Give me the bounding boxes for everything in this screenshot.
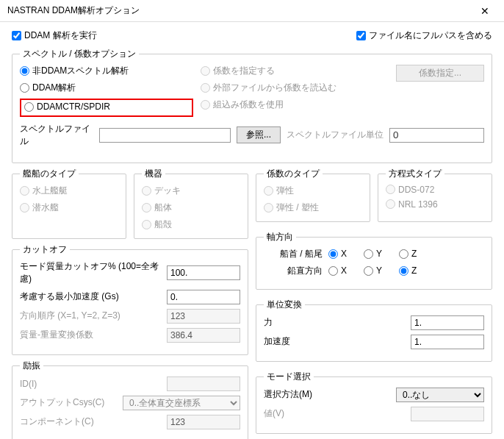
excitation-component-label: コンポーネント(C) xyxy=(20,415,162,428)
bow-label: 船首 / 船尾 xyxy=(264,248,323,260)
browse-button[interactable]: 参照... xyxy=(237,126,281,143)
window-title: NASTRAN DDAM解析オプション xyxy=(7,4,140,17)
cutoff-legend: カットオフ xyxy=(20,243,70,256)
unit-conv-fieldset: 単位変換 力 加速度 xyxy=(256,299,492,362)
run-ddam-checkbox[interactable]: DDAM 解析を実行 xyxy=(12,29,97,42)
coef-type-fieldset: 係数のタイプ 弾性 弾性 / 塑性 xyxy=(256,168,370,222)
deck-radio: デッキ xyxy=(142,185,240,197)
surface-radio: 水上艦艇 xyxy=(20,185,118,197)
ddamctr-highlight: DDAMCTR/SPDIR xyxy=(20,99,193,117)
accel-input[interactable] xyxy=(411,335,484,349)
excitation-csys-label: アウトプットCsys(C) xyxy=(20,396,118,409)
excitation-legend: 励振 xyxy=(20,360,43,372)
mode-sel-legend: モード選択 xyxy=(264,371,314,383)
mass-pct-input[interactable] xyxy=(167,265,240,280)
mass-pct-label: モード質量カットオフ% (100=全考慮) xyxy=(20,260,162,285)
dir-order-input xyxy=(167,309,240,324)
mode-value-label: 値(V) xyxy=(264,407,406,420)
mode-method-select[interactable]: 0..なし xyxy=(396,388,484,402)
spectrum-legend: スペクトル / 係数オプション xyxy=(20,48,139,60)
cutoff-fieldset: カットオフ モード質量カットオフ% (100=全考慮) 考慮する最小加速度 (G… xyxy=(12,243,248,355)
min-accel-input[interactable] xyxy=(167,290,240,304)
mass-conv-label: 質量-重量変換係数 xyxy=(20,329,162,341)
equipment-fieldset: 機器 デッキ 船体 船殻 xyxy=(134,168,248,239)
unit-conv-legend: 単位変換 xyxy=(264,299,305,311)
mode-sel-fieldset: モード選択 選択方法(M) 0..なし 値(V) xyxy=(256,371,492,434)
dds-radio: DDS-072 xyxy=(386,185,484,195)
nrl-radio: NRL 1396 xyxy=(386,199,484,210)
force-label: 力 xyxy=(264,316,406,329)
excitation-component-input xyxy=(167,415,240,429)
excitation-id-input xyxy=(167,376,240,391)
excitation-id-label: ID(I) xyxy=(20,379,162,389)
vert-y-radio[interactable]: Y xyxy=(364,265,393,276)
non-ddam-radio[interactable]: 非DDAMスペクトル解析 xyxy=(20,65,193,77)
vert-x-radio[interactable]: X xyxy=(328,265,358,276)
axis-legend: 軸方向 xyxy=(264,231,296,243)
elasto-plastic-radio: 弾性 / 塑性 xyxy=(264,201,362,214)
vert-z-radio[interactable]: Z xyxy=(399,265,428,276)
elastic-radio: 弾性 xyxy=(264,185,362,197)
spectrum-unit-input xyxy=(389,128,484,143)
spectrum-fieldset: スペクトル / 係数オプション 非DDAMスペクトル解析 DDAM解析 DDAM… xyxy=(12,48,492,163)
vertical-label: 鉛直方向 xyxy=(264,265,323,277)
bow-y-radio[interactable]: Y xyxy=(364,249,393,259)
dir-order-label: 方向順序 (X=1, Y=2, Z=3) xyxy=(20,310,162,322)
fullpath-label: ファイル名にフルパスを含める xyxy=(369,29,492,42)
excitation-fieldset: 励振 ID(I) アウトプットCsys(C) 0..全体直交座標系 コンポーネン… xyxy=(12,360,248,440)
fullpath-checkbox[interactable]: ファイル名にフルパスを含める xyxy=(356,29,492,42)
spectrum-file-input[interactable] xyxy=(99,128,231,143)
bow-x-radio[interactable]: X xyxy=(328,249,358,259)
min-accel-label: 考慮する最小加速度 (Gs) xyxy=(20,290,162,303)
shell-radio: 船殻 xyxy=(142,218,240,231)
mode-value-input xyxy=(411,407,484,421)
eq-type-legend: 方程式タイプ xyxy=(386,168,444,180)
builtin-coef-radio: 組込み係数を使用 xyxy=(201,99,374,111)
spectrum-file-label: スペクトルファイル xyxy=(20,123,93,148)
sub-radio: 潜水艦 xyxy=(20,201,118,214)
bow-z-radio[interactable]: Z xyxy=(399,249,428,259)
coef-specify-button: 係数指定... xyxy=(396,65,484,82)
mode-method-label: 選択方法(M) xyxy=(264,388,392,401)
equipment-legend: 機器 xyxy=(142,168,165,180)
close-icon[interactable]: ✕ xyxy=(470,1,500,21)
external-coef-radio: 外部ファイルから係数を読込む xyxy=(201,82,374,94)
force-input[interactable] xyxy=(411,315,484,330)
ddamctr-radio[interactable]: DDAMCTR/SPDIR xyxy=(24,101,110,112)
axis-fieldset: 軸方向 船首 / 船尾 X Y Z 鉛直方向 X Y Z xyxy=(256,231,492,290)
ship-legend: 艦船のタイプ xyxy=(20,168,79,180)
spectrum-unit-label: スペクトルファイル単位 xyxy=(287,129,384,141)
accel-label: 加速度 xyxy=(264,335,406,348)
run-ddam-label: DDAM 解析を実行 xyxy=(24,29,97,42)
hull-radio: 船体 xyxy=(142,201,240,214)
ship-fieldset: 艦船のタイプ 水上艦艇 潜水艦 xyxy=(12,168,126,239)
specify-coef-radio: 係数を指定する xyxy=(201,65,374,77)
eq-type-fieldset: 方程式タイプ DDS-072 NRL 1396 xyxy=(378,168,492,222)
ddam-radio[interactable]: DDAM解析 xyxy=(20,82,193,94)
mass-conv-input xyxy=(167,328,240,343)
coef-type-legend: 係数のタイプ xyxy=(264,168,323,180)
excitation-csys-select: 0..全体直交座標系 xyxy=(123,396,240,410)
